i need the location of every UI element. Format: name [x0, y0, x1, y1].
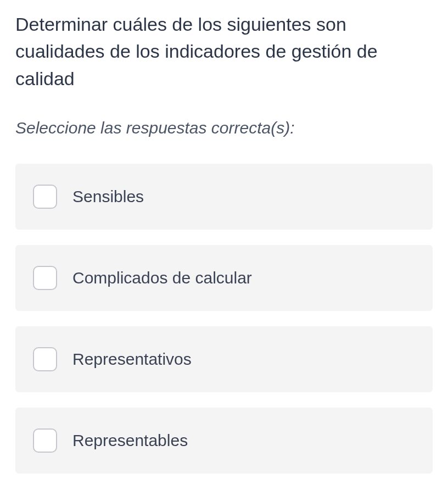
checkbox[interactable] — [33, 347, 57, 371]
checkbox[interactable] — [33, 185, 57, 209]
option-label: Representativos — [72, 350, 192, 369]
checkbox[interactable] — [33, 266, 57, 290]
option-item[interactable]: Complicados de calcular — [15, 245, 433, 311]
option-item[interactable]: Sensibles — [15, 164, 433, 230]
option-label: Complicados de calcular — [72, 269, 252, 287]
option-item[interactable]: Representables — [15, 408, 433, 474]
option-item[interactable]: Representativos — [15, 326, 433, 392]
instruction-text: Seleccione las respuestas correcta(s): — [15, 119, 433, 137]
question-text: Determinar cuáles de los siguientes son … — [15, 11, 433, 92]
question-container: Determinar cuáles de los siguientes son … — [0, 0, 448, 474]
options-list: Sensibles Complicados de calcular Repres… — [15, 164, 433, 474]
checkbox[interactable] — [33, 428, 57, 453]
option-label: Representables — [72, 431, 188, 450]
option-label: Sensibles — [72, 187, 144, 206]
